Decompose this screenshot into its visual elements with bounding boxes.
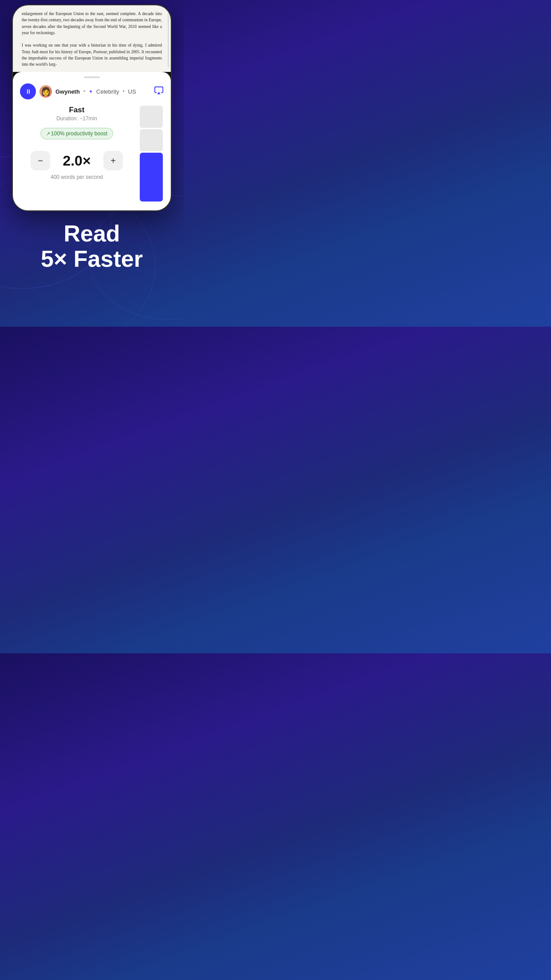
tagline-line2: 5× Faster	[9, 246, 175, 272]
slider-segment-top-2	[140, 129, 163, 151]
speed-controls: − 2.0× +	[20, 151, 134, 170]
speed-label: Fast	[20, 106, 134, 115]
airplay-button[interactable]	[154, 86, 164, 98]
speed-value: 2.0×	[59, 153, 94, 169]
minus-icon: −	[38, 156, 43, 166]
slider-track	[140, 106, 163, 202]
speed-slider[interactable]	[139, 106, 164, 202]
sheet-handle	[84, 76, 100, 78]
bottom-sheet: ⏸ 👩 Gwyneth • ✦ Celebrity • US	[13, 72, 171, 210]
sheet-topbar: ⏸ 👩 Gwyneth • ✦ Celebrity • US	[13, 83, 171, 99]
tagline-section: Read 5× Faster	[0, 211, 184, 272]
separator-dot-1: •	[83, 88, 85, 95]
speed-left: Fast Duration: ~17min ↗ 100% productivit…	[20, 106, 134, 180]
avatar-emoji: 👩	[41, 87, 51, 96]
phone-wrapper: enlargement of the European Union to the…	[0, 0, 184, 211]
narrator-avatar: 👩	[39, 85, 52, 98]
book-scrollbar	[168, 10, 169, 67]
slider-segment-top-1	[140, 106, 163, 128]
plus-icon: +	[110, 156, 116, 166]
speed-decrease-button[interactable]: −	[31, 151, 50, 170]
category-label: Celebrity	[96, 88, 119, 95]
pause-icon: ⏸	[25, 88, 31, 95]
productivity-arrow-icon: ↗	[46, 131, 50, 137]
speed-increase-button[interactable]: +	[103, 151, 123, 170]
book-paragraph-2: I was working on one that year with a hi…	[22, 42, 162, 67]
book-paragraph-1: enlargement of the European Union to the…	[22, 11, 162, 36]
country-label: US	[128, 88, 136, 95]
speed-duration: Duration: ~17min	[20, 115, 134, 122]
tagline-line1: Read	[9, 221, 175, 246]
productivity-badge: ↗ 100% productivity boost	[40, 128, 113, 139]
sparkle-icon: ✦	[89, 89, 93, 95]
words-per-second: 400 words per second	[20, 174, 134, 180]
productivity-text: 100% productivity boost	[51, 130, 107, 137]
pause-button[interactable]: ⏸	[20, 83, 36, 99]
phone-frame: enlargement of the European Union to the…	[12, 4, 172, 211]
book-text-area: enlargement of the European Union to the…	[13, 5, 171, 72]
slider-segment-active	[140, 153, 163, 202]
separator-dot-2: •	[122, 88, 124, 95]
speed-section: Fast Duration: ~17min ↗ 100% productivit…	[13, 106, 171, 202]
narrator-name: Gwyneth	[55, 88, 80, 95]
